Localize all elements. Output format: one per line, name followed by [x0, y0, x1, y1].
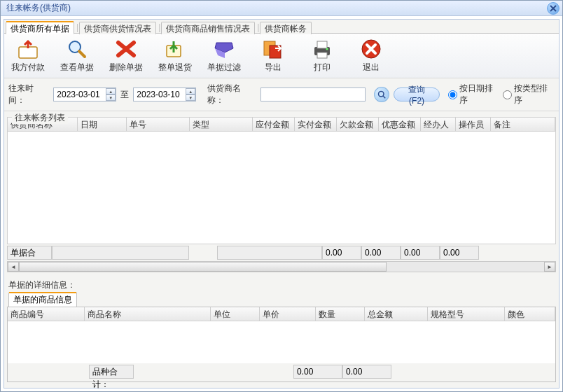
col-remark[interactable]: 备注 [491, 118, 555, 131]
sum-b-v1: 0.00 [293, 365, 342, 379]
date-to-wrap: ▲▼ [133, 88, 196, 102]
svg-point-8 [326, 48, 328, 50]
query-button[interactable]: 查询(F2) [394, 88, 440, 102]
pay-icon [15, 38, 41, 60]
col-goods-name[interactable]: 商品名称 [85, 307, 211, 321]
col-operator[interactable]: 操作员 [456, 118, 491, 131]
col-color[interactable]: 颜色 [505, 307, 555, 321]
date-from-wrap: ▲▼ [53, 88, 116, 102]
return-icon [162, 38, 188, 60]
sort-type-radio[interactable] [503, 90, 512, 99]
tab-supply[interactable]: 供货商供货情况表 [79, 22, 156, 34]
date-to-spinner[interactable]: ▲▼ [186, 88, 195, 101]
sum-a-blank2 [217, 246, 322, 260]
print-icon [310, 38, 335, 60]
col-type[interactable]: 类型 [190, 118, 253, 131]
col-billno[interactable]: 单号 [127, 118, 190, 131]
tool-label: 单据过滤 [207, 62, 241, 74]
scroll-thumb[interactable] [19, 262, 387, 272]
grid-a-header: 供货商名称 日期 单号 类型 应付金额 实付金额 欠款金额 优惠金额 经办人 操… [8, 118, 555, 132]
to-label: 至 [120, 89, 129, 101]
tool-view[interactable]: 查看单据 [57, 38, 97, 74]
col-total[interactable]: 总金额 [365, 307, 428, 321]
tool-pay[interactable]: 我方付款 [8, 38, 48, 74]
list-groupbox: 往来帐务列表 供货商名称 日期 单号 类型 应付金额 实付金额 欠款金额 优惠金… [7, 117, 556, 244]
col-price[interactable]: 单价 [260, 307, 316, 321]
tool-label: 查看单据 [60, 62, 94, 74]
sum-a-v1: 0.00 [322, 246, 361, 260]
svg-rect-7 [317, 52, 327, 58]
window-title: 往来帐务(供货商) [4, 2, 71, 14]
tool-label: 导出 [265, 62, 282, 74]
col-spec[interactable]: 规格型号 [428, 307, 505, 321]
sort-by-type[interactable]: 按类型排序 [503, 83, 555, 106]
filter-icon [211, 38, 237, 60]
tool-label: 退出 [363, 62, 380, 74]
close-icon[interactable] [547, 2, 559, 15]
supplier-name-input[interactable] [260, 88, 366, 102]
content: 供货商所有单据 | 供货商供货情况表 | 供货商商品销售情况表 | 供货商帐务 … [1, 16, 562, 391]
filter-bar: 往来时间： ▲▼ 至 ▲▼ 供货商名称： 查询(F2) 按日期排 [4, 78, 559, 111]
sort-date-radio[interactable] [448, 90, 457, 99]
sort-by-date[interactable]: 按日期排序 [448, 83, 500, 106]
export-icon [260, 38, 286, 60]
exit-icon [359, 38, 384, 60]
tool-label: 打印 [314, 62, 331, 74]
grid-b-header: 商品编号 商品名称 单位 单价 数量 总金额 规格型号 颜色 [8, 307, 555, 321]
tab-sales[interactable]: 供货商商品销售情况表 [161, 22, 255, 34]
scroll-left-icon[interactable]: ◄ [8, 262, 19, 272]
sort-group: 按日期排序 按类型排序 [448, 83, 555, 106]
magnifier-icon [64, 38, 90, 60]
tool-export[interactable]: 导出 [253, 38, 293, 74]
detail-panel: 商品编号 商品名称 单位 单价 数量 总金额 规格型号 颜色 品种合计： [7, 307, 556, 382]
tool-return[interactable]: 整单退货 [155, 38, 195, 74]
toolbar: 我方付款 查看单据 删除单据 [4, 34, 559, 78]
sum-a-v3: 0.00 [401, 246, 440, 260]
list-caption: 往来帐务列表 [12, 112, 68, 124]
tab-all-bills[interactable]: 供货商所有单据 [6, 22, 74, 34]
subtab-row: 单据的商品信息 [4, 293, 559, 307]
date-from-spinner[interactable]: ▲▼ [106, 88, 116, 101]
tab-account[interactable]: 供货商帐务 [260, 22, 312, 34]
grid-b-body[interactable] [8, 321, 555, 363]
sum-row-b: 品种合计： 0.00 0.00 [11, 365, 552, 379]
tool-print[interactable]: 打印 [303, 38, 342, 74]
name-label: 供货商名称： [207, 83, 256, 106]
sum-a-label: 单据合计： [7, 246, 52, 260]
sum-b-label: 品种合计： [89, 365, 134, 379]
window: 往来帐务(供货商) 供货商所有单据 | 供货商供货情况表 | 供货商商品销售情况… [0, 0, 563, 392]
tool-filter[interactable]: 单据过滤 [204, 38, 244, 74]
grid-b: 商品编号 商品名称 单位 单价 数量 总金额 规格型号 颜色 [8, 307, 555, 363]
delete-icon [113, 38, 139, 60]
scroll-right-icon[interactable]: ► [544, 262, 555, 272]
tool-label: 整单退货 [158, 62, 192, 74]
search-icon[interactable] [374, 87, 389, 102]
titlebar: 往来帐务(供货商) [1, 1, 562, 16]
detail-label: 单据的详细信息： [4, 275, 559, 293]
col-date[interactable]: 日期 [78, 118, 127, 131]
col-paid[interactable]: 实付金额 [295, 118, 337, 131]
col-debt[interactable]: 欠款金额 [337, 118, 379, 131]
col-goods-no[interactable]: 商品编号 [8, 307, 85, 321]
sum-row-a: 单据合计： 0.00 0.00 0.00 0.00 [7, 246, 556, 260]
tool-delete[interactable]: 删除单据 [106, 38, 146, 74]
sum-b-v2: 0.00 [342, 365, 391, 379]
subtab-goods[interactable]: 单据的商品信息 [8, 293, 77, 307]
scroll-track[interactable] [19, 262, 544, 272]
col-unit[interactable]: 单位 [211, 307, 260, 321]
tool-label: 删除单据 [109, 62, 143, 74]
svg-rect-0 [19, 47, 37, 58]
sum-a-v2: 0.00 [361, 246, 401, 260]
svg-point-10 [379, 92, 384, 97]
col-discount[interactable]: 优惠金额 [379, 118, 421, 131]
grid-a-body[interactable] [8, 132, 555, 244]
tool-exit[interactable]: 退出 [352, 38, 391, 74]
main-panel: 供货商所有单据 | 供货商供货情况表 | 供货商商品销售情况表 | 供货商帐务 … [4, 19, 559, 388]
col-payable[interactable]: 应付金额 [253, 118, 295, 131]
col-qty[interactable]: 数量 [316, 307, 365, 321]
sum-a-blank [52, 246, 189, 260]
h-scrollbar[interactable]: ◄ ► [7, 261, 556, 272]
tool-label: 我方付款 [11, 62, 45, 74]
svg-rect-6 [317, 41, 327, 48]
col-handler[interactable]: 经办人 [421, 118, 456, 131]
